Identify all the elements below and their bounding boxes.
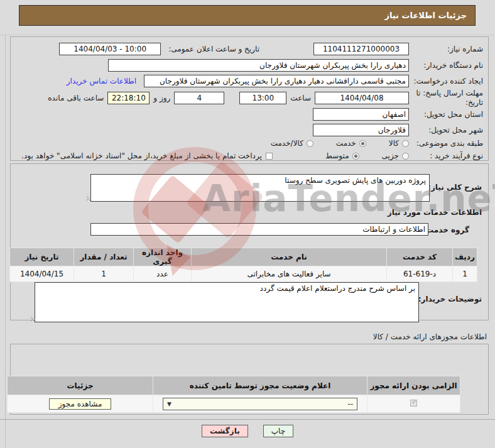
delivery-city-label: شهر محل تحویل: <box>409 126 483 135</box>
process-option-partial[interactable]: جزیی <box>382 151 409 160</box>
deadline-date-field[interactable] <box>315 92 409 104</box>
services-panel: شرح کلی نیاز: پروژه دوربین های پایش تصوی… <box>10 163 489 320</box>
deadline-label: مهلت ارسال پاسخ: تا تاریخ: <box>409 89 483 107</box>
buyer-name-field[interactable] <box>108 59 409 72</box>
licenses-section-heading: اطلاعات مجوزهای ارائه خدمت / کالا <box>373 332 487 341</box>
print-button[interactable]: چاپ <box>263 425 293 437</box>
days-label: روز و <box>153 94 170 102</box>
classification-option-service[interactable]: خدمت <box>336 139 366 148</box>
col-need-date: تاریخ نیاز <box>10 248 74 266</box>
request-info-panel: شماره نیاز: تاریخ و ساعت اعلان عمومی: نا… <box>10 36 489 161</box>
service-group-label: گروه خدمت: <box>423 226 469 234</box>
licenses-table: الزامی بودن ارائه مجوز اعلام وضعیت مجوز … <box>7 376 460 413</box>
delivery-city-field[interactable] <box>313 124 409 136</box>
delivery-city-row: شهر محل تحویل: <box>11 123 488 137</box>
checkbox-icon[interactable] <box>266 153 273 160</box>
license-status-value: -- <box>347 400 353 408</box>
time-remaining-field[interactable] <box>107 92 150 104</box>
process-option-medium[interactable]: متوسط <box>325 151 359 160</box>
footer-buttons: چاپ بازگشت <box>0 425 495 437</box>
days-remaining-field[interactable] <box>174 92 224 104</box>
need-number-row: شماره نیاز: تاریخ و ساعت اعلان عمومی: <box>11 42 488 56</box>
col-service-code: کد خدمت <box>387 248 453 266</box>
purchase-process-label: نوع فرآیند خرید : <box>409 151 483 161</box>
delivery-province-field[interactable] <box>313 108 409 121</box>
cell-service-name: سایر فعالیت های مخابراتی <box>192 266 387 282</box>
radio-icon[interactable] <box>307 140 313 147</box>
delivery-province-label: استان محل تحویل: <box>409 110 483 119</box>
service-group-field[interactable] <box>90 223 428 236</box>
col-quantity: تعداد / مقدار <box>74 248 134 266</box>
col-license-details: جزئیات <box>8 376 153 395</box>
delivery-province-row: استان محل تحویل: <box>11 107 488 121</box>
cell-need-date: 1404/04/15 <box>10 266 74 282</box>
need-details-page: جزئیات اطلاعات نیاز شماره نیاز: تاریخ و … <box>0 0 495 448</box>
buyer-notes-textarea[interactable]: بر اساس شرح مندرج دراستعلام اعلام قیمت گ… <box>35 282 419 322</box>
page-title: جزئیات اطلاعات نیاز <box>19 5 476 26</box>
cell-unit: عدد <box>134 266 192 282</box>
purchase-process-row: نوع فرآیند خرید : جزیی متوسط پرداخت تمام… <box>11 149 488 163</box>
services-table: ردیف کد خدمت نام خدمت واحد اندازه گیری ت… <box>9 248 477 282</box>
buyer-name-row: نام دستگاه خریدار: <box>11 58 488 72</box>
request-creator-label: ایجاد کننده درخواست: <box>409 77 483 86</box>
col-license-required: الزامی بودن ارائه مجوز <box>367 376 460 395</box>
radio-icon[interactable] <box>402 153 409 160</box>
radio-checked-icon[interactable] <box>359 140 366 147</box>
buyer-notes-label: توضیحات خریدار: <box>418 295 482 303</box>
hour-label: ساعت <box>290 94 311 102</box>
classification-option-goods-service[interactable]: کالا/خدمت <box>271 139 313 148</box>
need-description-textarea[interactable]: پروژه دوربین های پایش تصویری سطح روستا <box>90 174 430 202</box>
cell-license-required <box>367 395 460 413</box>
need-description-label: شرح کلی نیاز: <box>428 183 482 192</box>
chevron-down-icon: ▼ <box>167 401 171 407</box>
cell-quantity: 1 <box>74 266 134 282</box>
cell-service-code: د-619-61 <box>387 266 453 282</box>
back-button[interactable]: بازگشت <box>202 425 248 437</box>
deadline-time-field[interactable] <box>239 92 286 104</box>
subject-classification-label: طبقه بندی موضوعی: <box>409 139 483 148</box>
services-table-header-row: ردیف کد خدمت نام خدمت واحد اندازه گیری ت… <box>10 248 477 266</box>
checkbox-checked-icon[interactable] <box>410 400 417 407</box>
request-creator-field[interactable] <box>144 75 409 87</box>
need-number-field[interactable] <box>313 43 409 55</box>
radio-checked-icon[interactable] <box>352 153 359 160</box>
licenses-table-row: -- ▼ مشاهده مجوز <box>8 395 460 413</box>
col-row-number: ردیف <box>453 248 477 266</box>
license-status-select[interactable]: -- ▼ <box>163 398 357 410</box>
header-separator <box>0 35 495 35</box>
treasury-note-label: پرداخت تمام یا بخشی از مبلغ خرید،از محل … <box>21 151 262 160</box>
licenses-panel: الزامی بودن ارائه مجوز اعلام وضعیت مجوز … <box>10 344 489 415</box>
col-license-status: اعلام وضعیت مجوز توسط تامین کننده <box>153 376 367 395</box>
view-license-button[interactable]: مشاهده مجوز <box>49 398 112 410</box>
footer-divider <box>0 419 495 420</box>
cell-license-details: مشاهده مجوز <box>8 395 153 413</box>
services-section-heading: اطلاعات خدمات مورد نیاز <box>388 208 482 217</box>
buyer-contact-link[interactable]: اطلاعات تماس خریدار <box>67 77 136 85</box>
services-table-row: 1 د-619-61 سایر فعالیت های مخابراتی عدد … <box>10 266 477 282</box>
col-service-name: نام خدمت <box>192 248 387 266</box>
buyer-name-label: نام دستگاه خریدار: <box>409 61 483 70</box>
radio-icon[interactable] <box>402 140 409 147</box>
page-title-text: جزئیات اطلاعات نیاز <box>384 11 467 20</box>
request-creator-row: ایجاد کننده درخواست: اطلاعات تماس خریدار <box>11 74 488 88</box>
classification-option-goods[interactable]: کالا <box>389 139 409 148</box>
treasury-checkbox-item[interactable]: پرداخت تمام یا بخشی از مبلغ خرید،از محل … <box>21 151 273 160</box>
cell-license-status: -- ▼ <box>153 395 367 413</box>
cell-row-number: 1 <box>453 266 477 282</box>
need-number-label: شماره نیاز: <box>409 45 483 54</box>
licenses-table-header-row: الزامی بودن ارائه مجوز اعلام وضعیت مجوز … <box>8 376 460 395</box>
deadline-row: مهلت ارسال پاسخ: تا تاریخ: ساعت روز و سا… <box>11 89 488 107</box>
subject-classification-row: طبقه بندی موضوعی: کالا خدمت کالا/خدمت <box>11 136 488 150</box>
remaining-label: ساعت باقی مانده <box>48 94 104 102</box>
announce-datetime-label: تاریخ و ساعت اعلان عمومی: <box>168 45 259 53</box>
left-border-line <box>5 34 6 448</box>
col-unit: واحد اندازه گیری <box>134 248 192 266</box>
announce-datetime-field[interactable] <box>59 43 161 55</box>
